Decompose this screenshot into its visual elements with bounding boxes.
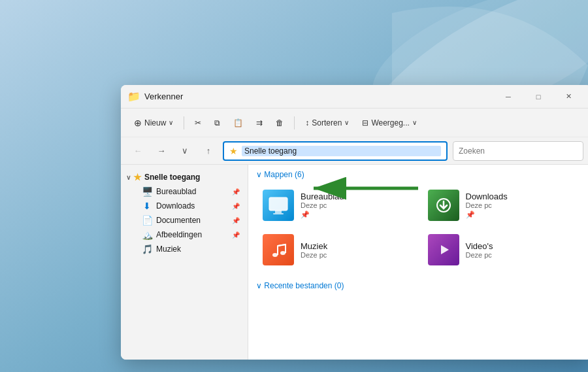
videos-sub: Deze pc: [466, 251, 493, 259]
afbeeldingen-pin-icon: 📌: [232, 231, 240, 239]
toolbar-separator-2: [294, 116, 295, 129]
new-button[interactable]: ⊕ Nieuw ∨: [129, 115, 178, 131]
folder-item-muziek[interactable]: Muziek Deze pc: [256, 229, 419, 271]
nav-forward-button[interactable]: →: [152, 142, 171, 160]
sidebar-item-muziek[interactable]: 🎵 Muziek: [123, 242, 245, 256]
folders-section-header[interactable]: ∨ Mappen (6): [256, 170, 583, 179]
quick-access-label: Snelle toegang: [144, 173, 200, 182]
documenten-pin-icon: 📌: [232, 217, 240, 224]
downloads-icon: ⬇: [142, 201, 152, 211]
window-title: Verkenner: [144, 92, 183, 101]
window-controls: ─ □ ✕: [493, 85, 583, 109]
quick-access-chevron-icon: ∨: [126, 174, 131, 181]
documenten-icon: 📄: [142, 215, 152, 226]
address-input-wrapper[interactable]: ★ Snelle toegang: [223, 141, 448, 161]
view-button[interactable]: ⊟ Weergeg... ∨: [357, 116, 421, 130]
sidebar-item-documenten[interactable]: 📄 Documenten 📌: [123, 213, 245, 228]
view-label: Weergeg...: [371, 118, 409, 127]
folder-item-videos[interactable]: Video's Deze pc: [421, 229, 584, 271]
address-bar: ← → ∨ ↑ ★ Snelle toegang: [121, 137, 588, 165]
bureaublad-name: Bureaublad: [301, 192, 344, 201]
videos-info: Video's Deze pc: [466, 241, 493, 259]
svg-rect-5: [269, 197, 287, 211]
bureaublad-pin: 📌: [301, 211, 344, 219]
search-input[interactable]: [453, 141, 583, 161]
muziek-thumb: [263, 234, 294, 265]
svg-point-11: [280, 251, 286, 255]
close-button[interactable]: ✕: [553, 85, 583, 109]
folder-item-downloads[interactable]: Downloads Deze pc 📌: [421, 184, 584, 226]
minimize-button[interactable]: ─: [493, 85, 523, 109]
address-input[interactable]: Snelle toegang: [242, 146, 441, 156]
muziek-name: Muziek: [301, 241, 327, 251]
downloads-pin-icon: 📌: [232, 203, 240, 210]
muziek-sub: Deze pc: [301, 251, 327, 259]
paste-button[interactable]: 📋: [228, 116, 248, 130]
downloads-thumb: [428, 190, 459, 221]
muziek-info: Muziek Deze pc: [301, 241, 327, 259]
bureaublad-pin-icon: 📌: [232, 188, 240, 195]
new-label: Nieuw: [144, 118, 166, 127]
downloads-info: Downloads Deze pc 📌: [466, 192, 508, 219]
folder-item-bureaublad[interactable]: Bureaublad Deze pc 📌: [256, 184, 419, 226]
sidebar-item-bureaublad[interactable]: 🖥️ Bureaublad 📌: [123, 184, 245, 199]
cut-button[interactable]: ✂: [189, 116, 206, 130]
share-icon: ⇉: [256, 118, 263, 127]
view-icon: ⊟: [362, 118, 368, 127]
svg-rect-7: [275, 211, 282, 213]
copy-button[interactable]: ⧉: [209, 116, 225, 130]
delete-button[interactable]: 🗑: [270, 116, 289, 130]
new-icon: ⊕: [134, 118, 142, 128]
title-bar-icon: 📁: [129, 92, 139, 102]
bureaublad-icon: 🖥️: [142, 186, 152, 197]
bureaublad-label: Bureaublad: [156, 187, 228, 196]
afbeeldingen-label: Afbeeldingen: [156, 230, 228, 239]
sort-chevron-icon: ∨: [344, 119, 349, 126]
new-chevron-icon: ∨: [169, 119, 173, 126]
sidebar: ∨ ★ Snelle toegang 🖥️ Bureaublad 📌 ⬇ Dow…: [121, 165, 248, 360]
downloads-label: Downloads: [156, 201, 228, 211]
bureaublad-thumb: [263, 190, 294, 221]
recent-files-header[interactable]: ∨ Recente bestanden (0): [256, 281, 583, 290]
nav-back-button[interactable]: ←: [129, 142, 147, 160]
sort-label: Sorteren: [312, 118, 342, 127]
view-chevron-icon: ∨: [412, 119, 417, 126]
bureaublad-info: Bureaublad Deze pc 📌: [301, 192, 344, 219]
nav-up-button[interactable]: ↑: [199, 142, 218, 160]
address-star-icon: ★: [229, 146, 238, 156]
afbeeldingen-icon: 🏔️: [142, 229, 152, 240]
nav-dropdown-button[interactable]: ∨: [176, 142, 194, 160]
bureaublad-sub: Deze pc: [301, 201, 344, 209]
svg-marker-13: [441, 245, 449, 254]
quick-access-star-icon: ★: [133, 172, 142, 182]
maximize-button[interactable]: □: [523, 85, 553, 109]
downloads-name: Downloads: [466, 192, 508, 201]
cut-icon: ✂: [195, 118, 201, 127]
sort-button[interactable]: ↕ Sorteren ∨: [300, 116, 354, 130]
folder-grid: Bureaublad Deze pc 📌 Downloads Deze pc 📌: [256, 184, 583, 271]
sidebar-item-afbeeldingen[interactable]: 🏔️ Afbeeldingen 📌: [123, 228, 245, 242]
svg-line-12: [278, 245, 286, 246]
documenten-label: Documenten: [156, 216, 228, 225]
svg-point-10: [272, 253, 278, 257]
sort-icon: ↕: [305, 118, 309, 127]
svg-rect-8: [273, 213, 284, 214]
muziek-label: Muziek: [156, 245, 240, 254]
main-panel: ∨ Mappen (6) Bureaublad Deze pc 📌: [248, 165, 588, 360]
toolbar-separator-1: [184, 116, 184, 129]
videos-name: Video's: [466, 241, 493, 251]
quick-access-header[interactable]: ∨ ★ Snelle toegang: [121, 170, 248, 184]
delete-icon: 🗑: [276, 118, 284, 127]
toolbar: ⊕ Nieuw ∨ ✂ ⧉ 📋 ⇉ 🗑 ↕ Sorteren ∨ ⊟ Weerg…: [121, 109, 588, 137]
share-button[interactable]: ⇉: [251, 116, 268, 130]
videos-thumb: [428, 234, 459, 265]
downloads-pin: 📌: [466, 211, 508, 219]
copy-icon: ⧉: [214, 118, 220, 127]
main-content: ∨ ★ Snelle toegang 🖥️ Bureaublad 📌 ⬇ Dow…: [121, 165, 588, 360]
paste-icon: 📋: [233, 118, 243, 127]
sidebar-item-downloads[interactable]: ⬇ Downloads 📌: [123, 199, 245, 213]
title-bar: 📁 Verkenner ─ □ ✕: [121, 85, 588, 109]
downloads-sub: Deze pc: [466, 201, 508, 209]
quick-access-section: ∨ ★ Snelle toegang 🖥️ Bureaublad 📌 ⬇ Dow…: [121, 169, 248, 258]
muziek-icon: 🎵: [142, 244, 152, 254]
